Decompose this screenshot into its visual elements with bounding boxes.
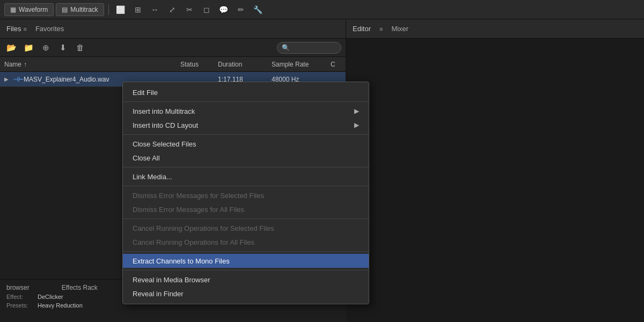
menu-item-extract-channels[interactable]: Extract Channels to Mono Files (123, 254, 369, 268)
menu-item-label-dismiss-all: Dismiss Error Messages for All Files (133, 206, 244, 214)
separator-separator-4 (123, 186, 369, 186)
col-samplerate-label: Sample Rate (272, 61, 309, 68)
menu-item-reveal-finder[interactable]: Reveal in Finder (123, 287, 369, 301)
col-status-label: Status (180, 61, 199, 68)
menu-item-label-reveal-finder: Reveal in Finder (133, 290, 184, 298)
waveform-btn[interactable]: ▦ Waveform (4, 3, 54, 16)
col-sort-icon: ↑ (24, 61, 27, 68)
browser-label: browser (6, 284, 30, 291)
files-tab-label: Files (6, 25, 21, 33)
menu-item-insert-cd[interactable]: Insert into CD Layout▶ (123, 118, 369, 132)
menu-item-label-edit-file: Edit File (133, 89, 158, 97)
menu-item-label-insert-cd: Insert into CD Layout (133, 121, 198, 129)
menu-item-dismiss-all: Dismiss Error Messages for All Files (123, 202, 369, 216)
menu-item-label-link-media: Link Media... (133, 173, 172, 181)
delete-icon[interactable]: 🗑 (73, 41, 87, 55)
menu-item-arrow-insert-multitrack: ▶ (354, 107, 359, 115)
menu-item-label-close-all: Close All (133, 154, 160, 162)
top-toolbar: ▦ Waveform ▤ Multitrack ⬜ ⊞ ↔ ⤢ ✂ ◻ 💬 ✏ … (0, 0, 644, 19)
waveform-label: Waveform (19, 6, 48, 13)
presets-key-label: Presets: (6, 302, 33, 309)
right-panel: Editor ≡ Mixer (346, 19, 644, 322)
editor-header: Editor ≡ Mixer (346, 19, 644, 39)
search-icon: 🔍 (282, 44, 290, 52)
audio-file-icon: ⊣⊢ (13, 76, 24, 83)
col-header-duration: Duration (218, 61, 272, 68)
toolbar-icon-7[interactable]: 💬 (216, 3, 231, 16)
effect-key-label: Effect: (6, 294, 33, 300)
separator-separator-7 (123, 270, 369, 270)
menu-item-cancel-all: Cancel Running Operations for All Files (123, 235, 369, 249)
separator-separator-1 (123, 101, 369, 102)
editor-menu-icon: ≡ (379, 26, 383, 32)
separator-separator-3 (123, 167, 369, 167)
open-folder-icon[interactable]: 📂 (4, 41, 18, 55)
menu-item-arrow-insert-cd: ▶ (354, 121, 359, 129)
context-menu[interactable]: Edit FileInsert into Multitrack▶Insert i… (122, 82, 369, 304)
menu-item-label-insert-multitrack: Insert into Multitrack (133, 107, 195, 115)
files-column-headers: Name ↑ Status Duration Sample Rate C (0, 57, 346, 72)
new-file-icon[interactable]: ⊕ (39, 41, 53, 55)
toolbar-icon-3[interactable]: ↔ (148, 3, 163, 16)
menu-item-label-dismiss-selected: Dismiss Error Messages for Selected File… (133, 192, 264, 200)
col-duration-label: Duration (218, 61, 242, 68)
toolbar-icon-8[interactable]: ✏ (233, 3, 248, 16)
separator-separator-2 (123, 134, 369, 135)
menu-item-label-reveal-media: Reveal in Media Browser (133, 276, 210, 284)
editor-tab[interactable]: Editor (353, 25, 371, 33)
col-header-channels: C (331, 61, 341, 68)
menu-item-reveal-media[interactable]: Reveal in Media Browser (123, 273, 369, 287)
menu-item-link-media[interactable]: Link Media... (123, 170, 369, 184)
col-channels-label: C (331, 61, 335, 68)
expand-icon[interactable]: ▶ (4, 76, 13, 82)
toolbar-icon-4[interactable]: ⤢ (165, 3, 180, 16)
menu-item-label-close-selected: Close Selected Files (133, 140, 196, 148)
open-recent-icon[interactable]: 📁 (21, 41, 35, 55)
toolbar-icon-9[interactable]: 🔧 (251, 3, 266, 16)
col-header-samplerate: Sample Rate (272, 61, 331, 68)
separator-separator-5 (123, 218, 369, 219)
editor-canvas (346, 39, 644, 322)
multitrack-label: Multitrack (70, 6, 98, 13)
toolbar-icon-5[interactable]: ✂ (182, 3, 197, 16)
col-name-label: Name (4, 61, 21, 68)
favorites-tab-label: Favorites (35, 25, 64, 33)
menu-item-edit-file[interactable]: Edit File (123, 85, 369, 99)
menu-item-label-cancel-selected: Cancel Running Operations for Selected F… (133, 224, 274, 232)
multitrack-icon: ▤ (62, 6, 68, 13)
search-box: 🔍 (277, 42, 341, 54)
multitrack-btn[interactable]: ▤ Multitrack (56, 3, 104, 16)
menu-item-label-extract-channels: Extract Channels to Mono Files (133, 257, 230, 265)
col-header-name: Name ↑ (4, 61, 180, 68)
presets-value: Heavy Reduction (38, 302, 83, 309)
effect-value: DeClicker (38, 294, 63, 300)
menu-item-close-all[interactable]: Close All (123, 151, 369, 165)
menu-item-cancel-selected: Cancel Running Operations for Selected F… (123, 221, 369, 235)
toolbar-icon-2[interactable]: ⊞ (130, 3, 145, 16)
menu-item-dismiss-selected: Dismiss Error Messages for Selected File… (123, 188, 369, 202)
files-tab[interactable]: Files ≡ (4, 25, 29, 33)
files-toolbar: 📂 📁 ⊕ ⬇ 🗑 🔍 (0, 39, 346, 57)
menu-item-insert-multitrack[interactable]: Insert into Multitrack▶ (123, 104, 369, 118)
separator-separator-6 (123, 251, 369, 252)
mixer-tab[interactable]: Mixer (391, 25, 408, 33)
effects-rack-label: Effects Rack (62, 284, 98, 291)
toolbar-icon-6[interactable]: ◻ (199, 3, 214, 16)
toolbar-icon-1[interactable]: ⬜ (113, 3, 128, 16)
import-icon[interactable]: ⬇ (56, 41, 70, 55)
menu-item-close-selected[interactable]: Close Selected Files (123, 137, 369, 151)
menu-item-label-cancel-all: Cancel Running Operations for All Files (133, 238, 254, 246)
files-header-bar: Files ≡ Favorites (0, 19, 346, 39)
col-header-status: Status (180, 61, 218, 68)
files-menu-icon: ≡ (23, 26, 26, 32)
toolbar-sep-1 (108, 4, 109, 15)
waveform-icon: ▦ (10, 6, 16, 13)
favorites-tab[interactable]: Favorites (33, 25, 66, 33)
